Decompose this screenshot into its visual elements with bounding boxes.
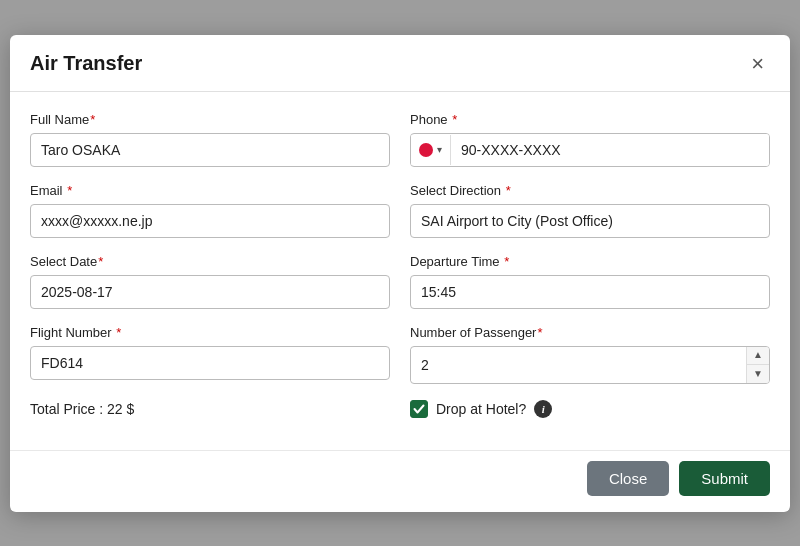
form-row-2: Email * Select Direction * [30,183,770,238]
submit-button[interactable]: Submit [679,461,770,496]
select-direction-input[interactable] [410,204,770,238]
num-passengers-label: Number of Passenger* [410,325,770,340]
close-icon[interactable]: × [745,51,770,77]
flight-number-label: Flight Number * [30,325,390,340]
num-passengers-input[interactable] [411,349,746,381]
close-button[interactable]: Close [587,461,669,496]
form-row-3: Select Date* Departure Time * [30,254,770,309]
dialog-title: Air Transfer [30,52,142,75]
email-input[interactable] [30,204,390,238]
departure-time-label: Departure Time * [410,254,770,269]
phone-number-input[interactable] [451,134,769,166]
spinner-up-button[interactable]: ▲ [747,347,769,366]
info-icon[interactable]: i [534,400,552,418]
full-name-input[interactable] [30,133,390,167]
email-group: Email * [30,183,390,238]
departure-time-group: Departure Time * [410,254,770,309]
full-name-group: Full Name* [30,112,390,167]
flight-number-group: Flight Number * [30,325,390,384]
checkmark-icon [413,403,425,415]
select-date-group: Select Date* [30,254,390,309]
drop-hotel-label: Drop at Hotel? [436,401,526,417]
total-price-row: Total Price : 22 $ Drop at Hotel? i [30,400,770,418]
spinner-buttons: ▲ ▼ [746,347,769,383]
select-direction-group: Select Direction * [410,183,770,238]
air-transfer-dialog: Air Transfer × Full Name* Phone * [10,35,790,512]
phone-flag-selector[interactable]: ▾ [411,135,451,165]
flag-arrow-icon: ▾ [437,144,442,155]
phone-label: Phone * [410,112,770,127]
drop-hotel-group: Drop at Hotel? i [410,400,770,418]
phone-input-wrapper: ▾ [410,133,770,167]
select-date-label: Select Date* [30,254,390,269]
dialog-body: Full Name* Phone * ▾ [10,92,790,450]
flight-number-input[interactable] [30,346,390,380]
departure-time-input[interactable] [410,275,770,309]
dialog-header: Air Transfer × [10,35,790,92]
form-row-4: Flight Number * Number of Passenger* ▲ ▼ [30,325,770,384]
dialog-footer: Close Submit [10,450,790,512]
select-date-input[interactable] [30,275,390,309]
dialog-overlay: Air Transfer × Full Name* Phone * [0,0,800,546]
drop-hotel-checkbox[interactable] [410,400,428,418]
num-passengers-group: Number of Passenger* ▲ ▼ [410,325,770,384]
form-row-1: Full Name* Phone * ▾ [30,112,770,167]
full-name-label: Full Name* [30,112,390,127]
spinner-down-button[interactable]: ▼ [747,365,769,383]
email-label: Email * [30,183,390,198]
phone-group: Phone * ▾ [410,112,770,167]
flag-icon [419,143,433,157]
num-passengers-spinner: ▲ ▼ [410,346,770,384]
total-price: Total Price : 22 $ [30,401,390,417]
select-direction-label: Select Direction * [410,183,770,198]
